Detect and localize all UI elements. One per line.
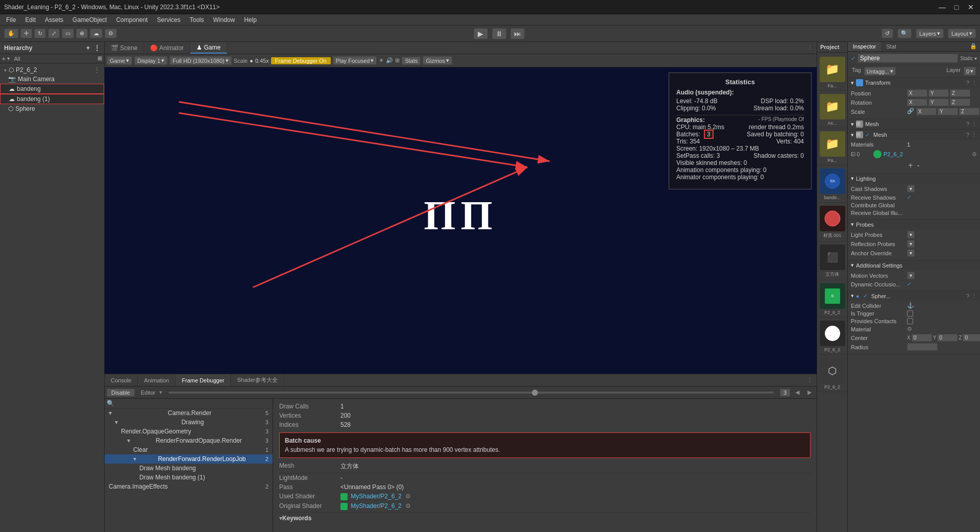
hierarchy-item-sphere[interactable]: ⬡ Sphere (0, 104, 104, 113)
sphere-collider-settings-icon[interactable]: ⋮ (971, 293, 977, 299)
radius-field[interactable] (907, 343, 938, 351)
inspector-tab[interactable]: Inspector (848, 42, 881, 51)
hand-tool-button[interactable]: ✋ (4, 29, 18, 38)
center-z-field[interactable] (963, 334, 980, 342)
menu-help[interactable]: Help (240, 15, 261, 25)
minimize-button[interactable]: — (937, 2, 947, 12)
anchor-override-dropdown[interactable]: ▾ (907, 249, 915, 257)
scale-z-field[interactable] (959, 108, 979, 115)
sphere-collider-help-icon[interactable]: ? (966, 293, 969, 299)
mesh-filter-header[interactable]: ▾ ⊞ Mesh ? ⋮ (848, 119, 980, 129)
center-y-field[interactable] (937, 334, 958, 342)
fd-camera-image-effects[interactable]: Camera.ImageEffects 2 (105, 482, 273, 491)
p2-6-2-shader-item[interactable]: S P2_6_2 (818, 281, 846, 318)
hierarchy-item-bandeng[interactable]: ☁ bandeng (0, 84, 104, 94)
mesh-renderer-header[interactable]: ▾ ⊞ ✓ Mesh ? ⋮ (848, 130, 980, 140)
material-settings-icon[interactable]: ⚙ (972, 151, 977, 158)
additional-settings-header[interactable]: ▾ Additional Settings (848, 260, 980, 270)
physics-material-settings-icon[interactable]: ⚙ (907, 326, 912, 332)
material-link[interactable]: P2_6_2 (884, 151, 903, 157)
fd-render-forward-opaque[interactable]: ▾ RenderForwardOpaque.Render 3 (105, 436, 273, 445)
fd-camera-render[interactable]: ▾ Camera.Render 5 (105, 408, 273, 418)
rotation-z-field[interactable] (950, 99, 970, 106)
object-name-field[interactable] (857, 54, 958, 63)
is-trigger-checkbox[interactable] (907, 310, 913, 317)
play-focused-dropdown[interactable]: Play Focused ▾ (333, 56, 377, 65)
hierarchy-more-icon[interactable]: ⋮ (94, 44, 100, 52)
frame-slider[interactable] (168, 392, 773, 394)
fd-draw-mesh-bandeng-1[interactable]: Draw Mesh bandeng (1) (105, 473, 273, 482)
animator-tab[interactable]: 🔴 Animator (144, 42, 190, 54)
object-active-checkbox[interactable]: ✓ (851, 55, 855, 62)
frame-debugger-tab[interactable]: Frame Debugger (176, 374, 231, 386)
hierarchy-add-icon[interactable]: + (86, 44, 90, 52)
folder-pa-item[interactable]: 📁 Pa... (818, 129, 846, 165)
fd-drawing[interactable]: ▾ Drawing 3 (105, 418, 273, 427)
receive-shadows-check[interactable]: ✓ (907, 194, 912, 201)
custom-tool-button[interactable]: ☁ (90, 29, 103, 38)
disable-button[interactable]: Disable (107, 389, 135, 397)
menu-services[interactable]: Services (153, 15, 184, 25)
menu-gameobject[interactable]: GameObject (68, 15, 111, 25)
mesh-filter-help-icon[interactable]: ? (966, 121, 969, 127)
brightness-icon[interactable]: ☀ (379, 57, 384, 64)
edit-collider-button[interactable]: ⚓ (907, 302, 914, 309)
position-x-field[interactable] (907, 89, 927, 97)
close-button[interactable]: ✕ (966, 2, 976, 12)
scale-y-field[interactable] (938, 108, 958, 115)
fd-clear[interactable]: Clear 1 (105, 445, 273, 454)
lighting-section-header[interactable]: ▾ Lighting (848, 174, 980, 183)
layers-dropdown[interactable]: Layers ▾ (916, 29, 944, 38)
play-button[interactable]: ▶ (474, 28, 488, 39)
rotation-x-field[interactable] (907, 99, 927, 106)
p2-6-2-sphere-item[interactable]: P2_6_2 (818, 319, 846, 355)
used-shader-link[interactable]: MyShader/P2_6_2 (351, 493, 401, 500)
rotation-y-field[interactable] (928, 99, 949, 106)
scene-more-icon[interactable]: ⋮ (803, 42, 817, 53)
dynamic-occlusion-check[interactable]: ✓ (907, 281, 912, 287)
probes-section-header[interactable]: ▾ Probes (848, 220, 980, 229)
mesh-renderer-check[interactable]: ✓ (865, 132, 870, 138)
frame-slider-thumb[interactable] (532, 390, 538, 396)
display-number-dropdown[interactable]: Display 1 ▾ (134, 56, 167, 65)
transform-tool-button[interactable]: ⊕ (76, 29, 88, 38)
center-x-field[interactable] (912, 334, 932, 342)
hierarchy-item-bandeng-1[interactable]: ☁ bandeng (1) (0, 94, 104, 104)
remove-material-button[interactable]: - (917, 161, 920, 170)
hierarchy-add-button[interactable]: + (2, 56, 5, 62)
fd-render-loop-job[interactable]: ▾ RenderForward.RenderLoopJob 2 (105, 454, 273, 464)
used-shader-settings-icon[interactable]: ⚙ (405, 493, 411, 500)
tag-dropdown[interactable]: Untagg... ▾ (864, 67, 896, 76)
folder-fa-item[interactable]: 📁 Fa... (818, 55, 846, 91)
scene-tab[interactable]: 🎬 Scene (105, 42, 144, 54)
inspector-lock-icon[interactable]: 🔒 (967, 42, 980, 51)
object-static-dropdown[interactable]: Static ▾ (960, 56, 977, 61)
console-tab[interactable]: Console (105, 374, 138, 386)
original-shader-settings-icon[interactable]: ⚙ (405, 502, 411, 510)
sphere-collider-check[interactable]: ✓ (863, 293, 868, 299)
layer-dropdown[interactable]: 0 ▾ (964, 67, 976, 76)
rotate-tool-button[interactable]: ↻ (34, 29, 46, 38)
cube-item[interactable]: ⬛ 立方体 (818, 243, 846, 280)
menu-component[interactable]: Component (112, 15, 152, 25)
move-tool-button[interactable]: ✛ (20, 29, 32, 38)
sphere-collider-header[interactable]: ▾ ● ✓ Spher... ? ⋮ (848, 291, 980, 301)
mesh-renderer-help-icon[interactable]: ? (966, 132, 969, 138)
material-001-item[interactable]: 材质.001 (818, 204, 846, 241)
game-display-dropdown[interactable]: Game ▾ (107, 56, 132, 65)
stat-tab[interactable]: Stat (881, 42, 901, 51)
animation-tab[interactable]: Animation (138, 374, 176, 386)
layout-dropdown[interactable]: Layout ▾ (948, 29, 976, 38)
hierarchy-filter-icon[interactable]: ⊞ (97, 55, 102, 62)
scale-link-icon[interactable]: 🔗 (907, 108, 914, 115)
scale-tool-button[interactable]: ⤢ (48, 29, 60, 38)
provides-contacts-checkbox[interactable] (907, 318, 913, 324)
stats-button[interactable]: Stats (402, 57, 421, 65)
prev-frame-button[interactable]: ◀ (792, 388, 802, 397)
step-button[interactable]: ⏭ (510, 28, 525, 39)
undo-button[interactable]: ↺ (881, 29, 893, 38)
menu-window[interactable]: Window (209, 15, 239, 25)
menu-edit[interactable]: Edit (21, 15, 40, 25)
cast-shadows-dropdown[interactable]: ▾ (907, 185, 915, 192)
transform-settings-icon[interactable]: ⋮ (971, 80, 977, 86)
